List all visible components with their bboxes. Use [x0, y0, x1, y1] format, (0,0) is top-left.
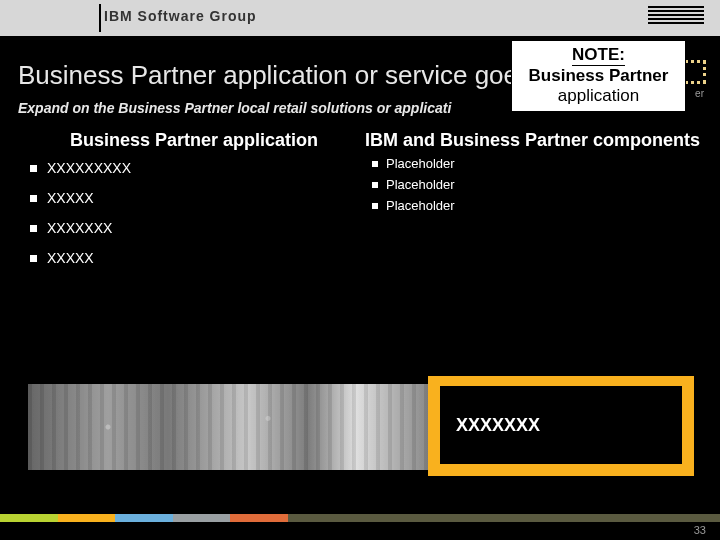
highlight-label: XXXXXXX: [456, 415, 540, 436]
footer-swatch: [230, 514, 288, 522]
footer-swatch: [288, 514, 720, 522]
list-item-label: XXXXX: [47, 250, 94, 266]
decorative-image-strip: [28, 384, 428, 470]
top-bar-divider: [99, 4, 101, 32]
note-callout: NOTE: Business Partner application: [511, 40, 686, 112]
top-bar: IBM Software Group: [0, 0, 720, 36]
list-item-label: XXXXXXXXX: [47, 160, 131, 176]
list-item: XXXXXXXXX: [30, 160, 131, 176]
bullet-icon: [372, 182, 378, 188]
list-item: Placeholder: [372, 177, 455, 192]
note-line3: application: [512, 86, 685, 106]
note-line2: Business Partner: [512, 66, 685, 86]
note-behind-text: er: [695, 88, 704, 99]
right-list: Placeholder Placeholder Placeholder: [372, 156, 455, 219]
list-item-label: Placeholder: [386, 198, 455, 213]
bullet-icon: [30, 225, 37, 232]
list-item: Placeholder: [372, 198, 455, 213]
list-item-label: Placeholder: [386, 177, 455, 192]
footer-swatch: [115, 514, 173, 522]
bullet-icon: [30, 195, 37, 202]
left-list: XXXXXXXXX XXXXX XXXXXXX XXXXX: [30, 160, 131, 280]
bullet-icon: [30, 255, 37, 262]
page-number: 33: [694, 524, 706, 536]
left-column-heading: Business Partner application: [70, 130, 318, 151]
bullet-icon: [30, 165, 37, 172]
note-line1: NOTE:: [572, 45, 625, 66]
list-item: XXXXXXX: [30, 220, 131, 236]
right-column-heading: IBM and Business Partner components: [365, 130, 700, 151]
footer-swatch: [0, 514, 58, 522]
slide-subtitle: Expand on the Business Partner local ret…: [18, 100, 451, 116]
slide: IBM Software Group er Business Partner a…: [0, 0, 720, 540]
list-item-label: XXXXXXX: [47, 220, 112, 236]
highlight-box-inner: XXXXXXX: [440, 386, 682, 464]
list-item-label: Placeholder: [386, 156, 455, 171]
software-group-label: IBM Software Group: [104, 8, 257, 24]
bullet-icon: [372, 161, 378, 167]
ibm-logo-icon: [648, 6, 704, 29]
list-item: XXXXX: [30, 250, 131, 266]
list-item: XXXXX: [30, 190, 131, 206]
bullet-icon: [372, 203, 378, 209]
footer-swatch: [58, 514, 116, 522]
list-item: Placeholder: [372, 156, 455, 171]
footer-swatch: [173, 514, 231, 522]
footer-color-strip: [0, 514, 720, 522]
list-item-label: XXXXX: [47, 190, 94, 206]
slide-title: Business Partner application or service …: [18, 60, 518, 91]
